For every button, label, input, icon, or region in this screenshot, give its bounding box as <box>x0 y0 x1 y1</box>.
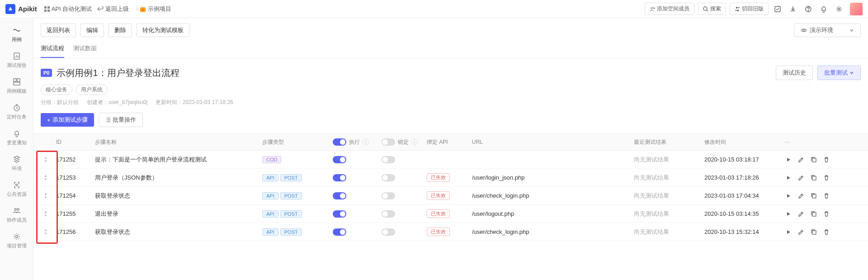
sidebar-item-timer[interactable]: 定时任务 <box>0 99 33 125</box>
bell-icon[interactable] <box>817 3 830 15</box>
meta-update: 更新时间：2023-01-03 17:18:26 <box>156 99 233 106</box>
col-id: ID <box>54 139 95 145</box>
env-icon <box>13 155 21 163</box>
avatar[interactable] <box>850 3 863 15</box>
svg-rect-3 <box>47 9 50 12</box>
lock-toggle[interactable] <box>382 210 395 218</box>
exec-toggle[interactable] <box>333 192 346 199</box>
svg-rect-24 <box>812 176 816 180</box>
copy-icon[interactable] <box>810 174 817 181</box>
info-icon[interactable]: i <box>411 139 418 145</box>
search-button[interactable]: 搜索 <box>698 3 726 15</box>
help-icon[interactable] <box>802 3 815 15</box>
delete-icon[interactable] <box>823 174 830 181</box>
lock-toggle[interactable] <box>382 192 395 199</box>
cell-id: 171252 <box>54 156 95 163</box>
play-icon[interactable] <box>785 156 792 163</box>
exec-toggle[interactable] <box>333 228 346 236</box>
sidebar-item-collab[interactable]: 协作成员 <box>0 202 33 228</box>
exec-toggle[interactable] <box>333 210 346 218</box>
sidebar-item-settings[interactable]: 项目管理 <box>0 228 33 254</box>
user-plus-icon <box>650 6 655 12</box>
type-badge-api: API <box>262 228 278 236</box>
copy-icon[interactable] <box>810 228 817 236</box>
drag-handle-icon[interactable]: ▲▼ <box>42 156 49 164</box>
svg-rect-1 <box>47 6 50 9</box>
copy-icon[interactable] <box>810 210 817 218</box>
cell-id: 171254 <box>54 192 95 199</box>
play-icon[interactable] <box>785 210 792 218</box>
test-history-button[interactable]: 测试历史 <box>776 66 813 80</box>
collab-icon <box>13 207 21 215</box>
cell-result: 尚无测试结果 <box>634 156 704 164</box>
table-row: ▲▼171255退出登录APIPOST已失效/user/logout.php尚无… <box>33 205 868 223</box>
gear-icon[interactable] <box>833 3 845 15</box>
breadcrumb-module[interactable]: API 自动化测试 <box>44 5 92 13</box>
play-icon[interactable] <box>785 174 792 181</box>
to-template-button[interactable]: 转化为测试模板 <box>137 24 189 37</box>
exec-toggle[interactable] <box>333 174 346 181</box>
sidebar-item-bell[interactable]: 变更通知 <box>0 125 33 151</box>
settings-icon <box>13 233 21 241</box>
drag-handle-icon[interactable]: ▲▼ <box>42 210 49 218</box>
breadcrumb-back[interactable]: 返回上级 <box>97 5 129 13</box>
breadcrumb-project[interactable]: 示例项目 <box>140 5 171 13</box>
delete-button[interactable]: 删除 <box>108 24 132 37</box>
cell-type: APIPOST <box>262 174 333 181</box>
logo[interactable]: Apikit <box>5 4 37 14</box>
batch-test-button[interactable]: 批量测试 <box>817 66 861 80</box>
add-member-button[interactable]: 添加空间成员 <box>645 3 694 15</box>
cell-name: 退出登录 <box>95 210 262 218</box>
batch-ops-button[interactable]: 批量操作 <box>99 113 143 127</box>
sidebar-item-report[interactable]: 测试报告 <box>0 47 33 73</box>
play-icon[interactable] <box>785 228 792 236</box>
type-badge-api: API <box>262 192 278 199</box>
sidebar-item-resource[interactable]: 公共资源 <box>0 176 33 202</box>
checkbox-icon[interactable] <box>771 3 784 15</box>
info-icon[interactable]: i <box>363 139 369 145</box>
add-step-button[interactable]: + 添加测试步骤 <box>41 113 94 127</box>
type-badge-post: POST <box>280 192 302 199</box>
edit-icon[interactable] <box>797 210 805 218</box>
lock-toggle[interactable] <box>382 228 395 236</box>
cell-id: 171256 <box>54 228 95 235</box>
svg-point-7 <box>651 7 653 9</box>
grid-icon <box>44 6 50 12</box>
tab[interactable]: 测试流程 <box>41 40 64 58</box>
sidebar-item-case[interactable]: 用例 <box>0 22 33 47</box>
cell-type: APIPOST <box>262 192 333 199</box>
switch-old-button[interactable]: 切回旧版 <box>730 3 769 15</box>
env-selector[interactable]: 演示环境 <box>794 24 861 37</box>
back-list-button[interactable]: 返回列表 <box>41 24 76 37</box>
edit-button[interactable]: 编辑 <box>80 24 104 37</box>
drag-handle-icon[interactable]: ▲▼ <box>42 174 49 182</box>
sidebar-item-template[interactable]: 用例模板 <box>0 73 33 99</box>
play-icon[interactable] <box>785 192 792 199</box>
col-result: 最近测试结果 <box>634 138 704 146</box>
col-more[interactable]: ··· <box>780 139 864 145</box>
delete-icon[interactable] <box>823 210 830 218</box>
edit-icon[interactable] <box>797 228 805 236</box>
logo-icon <box>5 4 15 14</box>
copy-icon[interactable] <box>810 156 817 163</box>
download-icon[interactable] <box>787 3 799 15</box>
delete-icon[interactable] <box>823 192 830 199</box>
lock-master-toggle[interactable] <box>382 138 395 146</box>
cell-type: COD <box>262 156 333 163</box>
sidebar-item-env[interactable]: 环境 <box>0 151 33 176</box>
sidebar-item-label: 协作成员 <box>7 217 27 223</box>
delete-icon[interactable] <box>823 228 830 236</box>
drag-handle-icon[interactable]: ▲▼ <box>42 192 49 200</box>
delete-icon[interactable] <box>823 156 830 163</box>
exec-toggle[interactable] <box>333 156 346 163</box>
edit-icon[interactable] <box>797 174 805 181</box>
exec-master-toggle[interactable] <box>333 138 346 146</box>
copy-icon[interactable] <box>810 192 817 199</box>
lock-toggle[interactable] <box>382 174 395 181</box>
edit-icon[interactable] <box>797 156 805 163</box>
tab[interactable]: 测试数据 <box>73 40 97 58</box>
drag-handle-icon[interactable]: ▲▼ <box>42 228 49 236</box>
edit-icon[interactable] <box>797 192 805 199</box>
lock-toggle[interactable] <box>382 156 395 163</box>
gift-icon <box>140 6 146 12</box>
